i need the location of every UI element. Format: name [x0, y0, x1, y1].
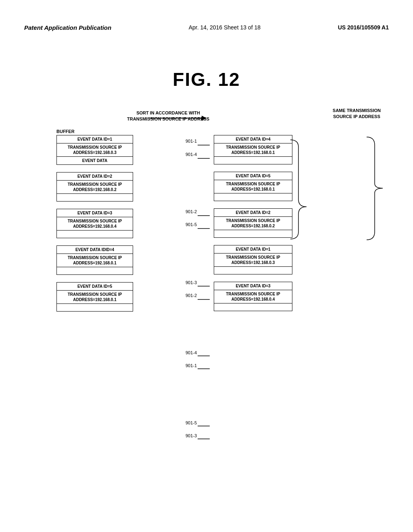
sort3-id: EVENT DATA ID=2	[214, 209, 292, 217]
sort4-ip: TRANSMISSION SOURCE IPADDRESS=192.168.0.…	[214, 254, 292, 267]
ref-901-5: 901-5	[186, 222, 197, 227]
sorted-column: EVENT DATA ID=4 TRANSMISSION SOURCE IPAD…	[214, 135, 292, 311]
buffer-block-3: EVENT DATA ID=3 TRANSMISSION SOURCE IPAD…	[56, 209, 133, 238]
buf2-id: EVENT DATA ID=2	[57, 172, 133, 181]
ref-901-4-top: 901-4	[186, 152, 197, 157]
header: Patent Application Publication Apr. 14, …	[24, 24, 389, 31]
buf5-ip: TRANSMISSION SOURCE IPADDRESS=192.168.0.…	[57, 291, 133, 304]
buf5-empty	[57, 304, 133, 311]
buffer-column: EVENT DATA ID=1 TRANSMISSION SOURCE IPAD…	[56, 135, 133, 312]
sort1-ip: TRANSMISSION SOURCE IPADDRESS=192.168.0.…	[214, 143, 292, 157]
sort1-id: EVENT DATA ID=4	[214, 135, 292, 143]
buf3-ip: TRANSMISSION SOURCE IPADDRESS=192.168.0.…	[57, 217, 133, 231]
buffer-label: BUFFER	[56, 129, 75, 134]
figure-title: FIG. 12	[0, 69, 413, 90]
sort1-empty	[214, 157, 292, 164]
buf1-data: EVENT DATA	[57, 157, 133, 164]
buf2-ip: TRANSMISSION SOURCE IPADDRESS=192.168.0.…	[57, 181, 133, 194]
ref-901-2-b: 901-2	[186, 293, 197, 298]
ref-901-2-a: 901-2	[186, 209, 197, 214]
header-patent-number: US 2016/105509 A1	[338, 24, 389, 31]
sort3-ip: TRANSMISSION SOURCE IPADDRESS=192.168.0.…	[214, 217, 292, 230]
buffer-block-4: EVENT DATA IDID=4 TRANSMISSION SOURCE IP…	[56, 245, 133, 275]
buf3-id: EVENT DATA ID=3	[57, 209, 133, 217]
ref-901-1-top: 901-1	[186, 139, 197, 143]
sort5-empty	[214, 303, 292, 311]
same-transmission-label: SAME TRANSMISSION SOURCE IP ADDRESS	[333, 108, 381, 120]
buf2-empty	[57, 194, 133, 201]
sort5-ip: TRANSMISSION SOURCE IPADDRESS=192.168.0.…	[214, 290, 292, 303]
sort3-empty	[214, 230, 292, 237]
sorted-block-3: EVENT DATA ID=3 TRANSMISSION SOURCE IPAD…	[214, 282, 292, 311]
buf4-empty	[57, 267, 133, 274]
ref-901-4-b: 901-4	[186, 350, 197, 355]
header-publication-label: Patent Application Publication	[24, 24, 111, 31]
sort4-id: EVENT DATA ID=1	[214, 245, 292, 254]
sort2-empty	[214, 193, 292, 201]
buf4-id: EVENT DATA IDID=4	[57, 246, 133, 254]
buffer-block-1: EVENT DATA ID=1 TRANSMISSION SOURCE IPAD…	[56, 135, 133, 165]
buf1-id: EVENT DATA ID=1	[57, 135, 133, 143]
diagram: SORT IN ACCORDANCE WITH TRANSMISSION SOU…	[24, 107, 389, 470]
sorted-block-4: EVENT DATA ID=4 TRANSMISSION SOURCE IPAD…	[214, 135, 292, 164]
buf3-empty	[57, 231, 133, 238]
ref-901-5-b: 901-5	[186, 420, 197, 425]
header-date-sheet: Apr. 14, 2016 Sheet 13 of 18	[189, 24, 261, 31]
buf1-ip: TRANSMISSION SOURCE IPADDRESS=192.168.0.…	[57, 143, 133, 157]
sort2-ip: TRANSMISSION SOURCE IPADDRESS=192.168.0.…	[214, 180, 292, 193]
sorted-block-5: EVENT DATA ID=5 TRANSMISSION SOURCE IPAD…	[214, 172, 292, 201]
buf5-id: EVENT DATA ID=5	[57, 283, 133, 291]
ref-901-1-b: 901-1	[186, 363, 197, 368]
buf4-ip: TRANSMISSION SOURCE IPADDRESS=192.168.0.…	[57, 254, 133, 267]
page: Patent Application Publication Apr. 14, …	[0, 0, 413, 532]
sort5-id: EVENT DATA ID=3	[214, 282, 292, 290]
same-source-bracket	[363, 135, 389, 242]
sorted-block-2: EVENT DATA ID=2 TRANSMISSION SOURCE IPAD…	[214, 208, 292, 238]
buffer-block-5: EVENT DATA ID=5 TRANSMISSION SOURCE IPAD…	[56, 282, 133, 312]
sort4-empty	[214, 267, 292, 274]
sort2-id: EVENT DATA ID=5	[214, 172, 292, 180]
ref-901-3-a: 901-3	[186, 280, 197, 285]
buffer-block-2: EVENT DATA ID=2 TRANSMISSION SOURCE IPAD…	[56, 172, 133, 202]
sort-label: SORT IN ACCORDANCE WITH TRANSMISSION SOU…	[127, 110, 209, 123]
sorted-block-1: EVENT DATA ID=1 TRANSMISSION SOURCE IPAD…	[214, 245, 292, 274]
ref-901-3-b: 901-3	[186, 433, 197, 438]
